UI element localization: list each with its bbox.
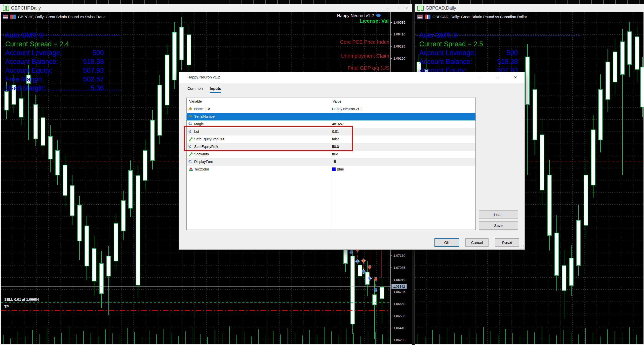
dialog-titlebar[interactable]: Happy Neuron v1.2 – □ ✕ (179, 72, 525, 83)
dialog-close-button[interactable]: ✕ (508, 72, 523, 83)
price-axis-label: 1.06660 (393, 302, 405, 306)
spread-text: Current Spread = 2.5 (419, 40, 518, 49)
gbpchf-titlebar[interactable]: GBPCHF,Daily – □ ✕ (0, 4, 412, 12)
chart-type-icon (10, 15, 16, 19)
mt-workspace: GBPCHF,Daily – □ ✕ GBPCHF, Daily: Great … (0, 0, 644, 345)
candlestick-icon (3, 6, 9, 11)
load-button[interactable]: Load (479, 210, 518, 219)
chart-type-icon (425, 15, 430, 19)
inputs-table[interactable]: Variable Value abName_EAHappy Neuron v1.… (186, 98, 476, 230)
quotes-table-icon (417, 15, 423, 19)
price-axis-label: 1.06285 (393, 338, 405, 342)
column-value: Value (333, 99, 341, 103)
param-value[interactable]: 15 (332, 160, 336, 164)
ok-button[interactable]: OK (434, 238, 459, 247)
news-event-label: Unemployment Claim (341, 53, 389, 59)
gbpcad-chart-header: GBPCAD, Daily: Great Britain Pound vs Ca… (417, 15, 527, 19)
column-variable: Variable (189, 99, 202, 103)
gbpchf-minimize-button[interactable]: – (387, 6, 389, 10)
gmt-text: Auto GMT: 3 (5, 31, 104, 40)
quotes-table-icon (3, 15, 8, 19)
gbpchf-maximize-button[interactable]: □ (396, 6, 398, 10)
account-info-row: Free Margin:502.57 (5, 75, 104, 84)
gbpcad-chart-header-text: GBPCAD, Daily: Great Britain Pound vs Ca… (432, 15, 527, 19)
cancel-button[interactable]: Cancel (465, 238, 489, 247)
resize-grip[interactable] (520, 245, 524, 248)
account-info-row: Account Leverage:500 (5, 49, 104, 57)
param-value[interactable]: Blue (332, 167, 344, 171)
price-axis-label: 1.09160 (393, 57, 405, 60)
tab-inputs[interactable]: Inputs (210, 86, 221, 93)
price-axis-label: 1.09535 (393, 21, 405, 24)
param-value[interactable]: 481657 (332, 122, 344, 126)
license-status-label: License: Val (359, 18, 389, 24)
price-axis-label: 1.07035 (393, 266, 405, 270)
param-name: Name_EA (194, 107, 210, 111)
account-info-row: Account Equity:507.93 (5, 66, 104, 75)
spread-text: Current Spread = 2.4 (5, 40, 104, 49)
gbpchf-close-button[interactable]: ✕ (405, 6, 408, 11)
param-value[interactable]: true (332, 152, 338, 156)
annotation-highlight-box (184, 126, 353, 151)
param-row-TextColor[interactable]: TextColorBlue (187, 166, 475, 173)
gbpchf-chart-header-text: GBPCHF, Daily: Great Britain Pound vs Sw… (18, 15, 105, 19)
gbpchf-window-title: GBPCHF,Daily (11, 6, 41, 11)
param-name: Magic (194, 122, 204, 126)
gbpchf-ea-info-block: Auto GMT: 3 Current Spread = 2.4 Account… (5, 31, 104, 93)
param-row-ShowInfo[interactable]: ShowInfotrue (187, 151, 475, 158)
sell-order-label: SELL 0.01 at 1.06684 (4, 297, 39, 301)
price-axis-label: 1.09285 (393, 45, 405, 48)
param-name: DisplayFont (194, 160, 213, 164)
param-name: ShowInfo (194, 152, 209, 156)
param-row-Name_EA[interactable]: abName_EAHappy Neuron v1.2 (187, 105, 475, 113)
dialog-minimize-button[interactable]: – (472, 72, 487, 83)
account-info-row: Account Balance:518.38 (419, 57, 518, 66)
price-axis-label: 1.06535 (393, 314, 405, 318)
ea-name-label: Happy Neuron v1.2 (337, 13, 382, 18)
price-axis-label: 1.09410 (393, 32, 405, 36)
account-info-row: Account Leverage:500 (419, 49, 518, 57)
param-row-SerialNumber[interactable]: abSerialNumber (187, 113, 475, 120)
account-info-row: Account Balance:518.38 (5, 57, 104, 66)
param-name: TextColor (194, 167, 209, 171)
price-axis-label: 1.06910 (393, 278, 405, 282)
tab-common[interactable]: Common (187, 86, 203, 93)
workspace-top-strip (0, 0, 644, 4)
dialog-title: Happy Neuron v1.2 (187, 75, 220, 79)
reset-button[interactable]: Reset (495, 238, 519, 247)
price-axis-label: 1.06785 (393, 290, 405, 294)
news-event-label: Core PCE Price Index (340, 39, 389, 45)
account-info-row: Used Margin:5.36 (5, 84, 104, 93)
tp-label: TP (4, 305, 9, 309)
param-value[interactable]: Happy Neuron v1.2 (332, 107, 363, 111)
param-name: SerialNumber (194, 114, 216, 118)
graduation-cap-icon (375, 13, 382, 18)
color-swatch (332, 167, 336, 171)
candlestick-icon (417, 6, 424, 11)
dialog-tabs: Common Inputs (187, 86, 221, 93)
save-button[interactable]: Save (479, 221, 518, 230)
current-price-badge: 1.06842 (391, 284, 407, 289)
table-header: Variable Value (187, 98, 475, 105)
price-axis-label: 1.07160 (393, 254, 405, 257)
news-event-label: Final GDP q/q (US (348, 65, 389, 71)
dialog-maximize-button[interactable]: □ (490, 72, 505, 83)
gbpchf-chart-header: GBPCHF, Daily: Great Britain Pound vs Sw… (3, 15, 105, 19)
price-axis-label: 1.06410 (393, 326, 405, 330)
gbpcad-titlebar[interactable]: GBPCAD,Daily (415, 4, 644, 12)
ea-settings-dialog: Happy Neuron v1.2 – □ ✕ Common Inputs Va… (179, 72, 525, 250)
gmt-text: Auto GMT: 3 (419, 31, 518, 40)
param-row-DisplayFont[interactable]: 01DisplayFont15 (187, 158, 475, 166)
gbpcad-window-title: GBPCAD,Daily (426, 6, 456, 11)
